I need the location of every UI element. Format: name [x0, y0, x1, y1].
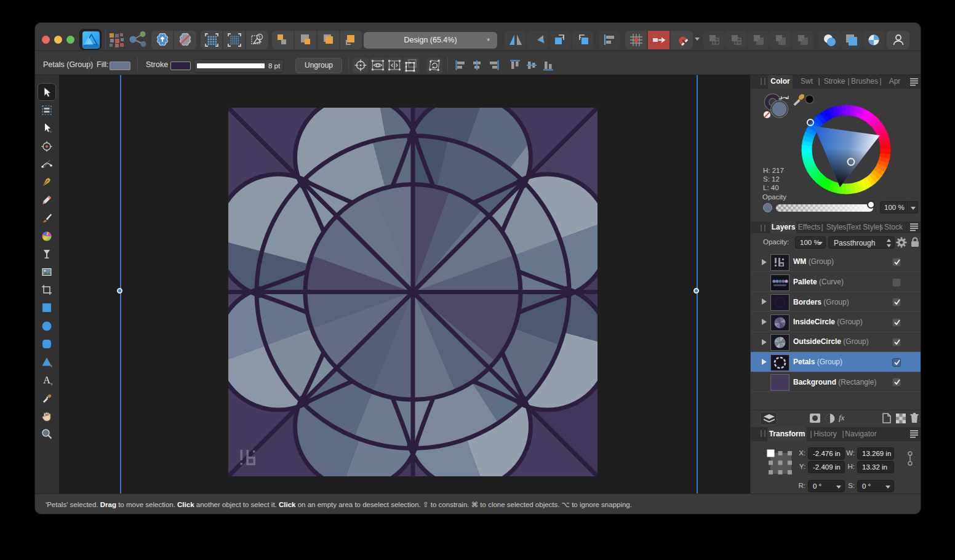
svg-text:A: A [43, 375, 50, 385]
